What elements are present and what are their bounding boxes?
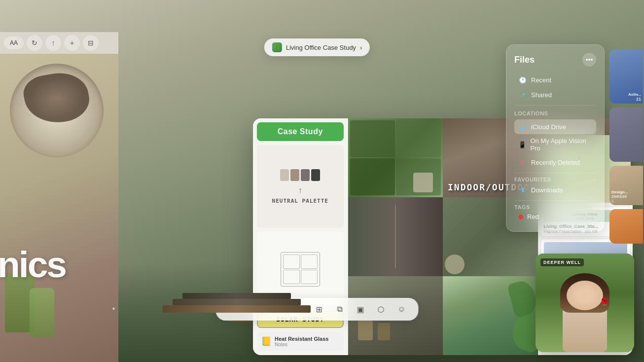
icloud-label: iCloud Drive — [531, 123, 566, 131]
corridor-line — [395, 205, 396, 268]
files-item-shared[interactable]: ↗ Shared — [514, 87, 596, 102]
deleted-label: Recently Deleted — [531, 159, 580, 166]
downloads-label: Downloads — [531, 186, 563, 194]
plant-block — [396, 120, 441, 157]
shared-icon: ↗ — [518, 90, 527, 99]
right-card-3: Design...29/03/201. — [609, 166, 643, 205]
icloud-icon: ☁ — [518, 122, 527, 131]
sketch-cell — [283, 254, 300, 269]
corridor-content — [348, 197, 443, 276]
card-2-overlay — [609, 108, 643, 162]
files-more-button[interactable]: ••• — [582, 53, 596, 67]
left-browser-panel: AA ↻ ↑ + ⊟ nics • — [0, 32, 118, 362]
files-panel: Files ••• 🕐 Recent ↗ Shared Locations ☁ … — [506, 44, 605, 232]
decorative-text: nics — [0, 246, 66, 283]
files-title: Files — [514, 55, 535, 65]
deleted-icon: ⚠ — [518, 158, 527, 167]
palette-swatches — [280, 169, 320, 181]
breadcrumb-title: Living Office Case Study — [286, 44, 356, 51]
divider-3 — [514, 200, 596, 201]
shared-label: Shared — [531, 91, 552, 99]
deeper-well-card: 🌹 DEEPER WELL — [536, 253, 634, 352]
sketch-cell — [301, 254, 318, 269]
files-item-recent[interactable]: 🕐 Recent — [514, 72, 596, 87]
green-wall-cell — [348, 118, 443, 197]
aa-button[interactable]: AA — [4, 36, 24, 49]
heat-glass-subtitle: Notes — [275, 342, 328, 347]
ellipsis-icon: ••• — [586, 56, 593, 64]
swatch-2 — [290, 169, 299, 181]
swatch-1 — [280, 169, 289, 181]
divider-2 — [514, 173, 596, 173]
person-face — [567, 281, 603, 310]
card-3-label: Design...29/03/201. — [611, 190, 628, 203]
files-item-downloads[interactable]: ⬇ Downloads — [514, 182, 596, 197]
red-tag-dot — [518, 215, 523, 219]
sketch-cell — [301, 270, 318, 284]
container-2 — [378, 323, 390, 340]
decorative-dot: • — [112, 305, 116, 313]
favourites-header: Favourites — [514, 177, 551, 182]
locations-header: Locations — [514, 110, 596, 116]
sketch-cell — [283, 270, 300, 284]
favourites-header-row: Favourites ⌄ — [514, 176, 596, 182]
card-1-label: Activ...21 — [628, 92, 641, 102]
tabs-button[interactable]: ⊟ — [83, 35, 99, 51]
heat-glass-info: Heat Resistant Glass Notes — [275, 336, 328, 347]
heat-glass-title: Heat Resistant Glass — [275, 336, 328, 342]
window-breadcrumb: 🌿 Living Office Case Study › — [264, 38, 370, 56]
tool-screen[interactable]: ▣ — [354, 302, 367, 316]
flower-prop: 🌹 — [600, 298, 609, 307]
notes-emoji: 📒 — [261, 336, 272, 347]
book-stack — [138, 288, 335, 313]
right-card-1: Activ...21 — [609, 49, 643, 104]
download-icon: ⬇ — [518, 185, 527, 194]
arrow-sketch: ↑ — [298, 186, 302, 195]
tags-header: Tags — [514, 204, 530, 210]
chair-prop — [413, 173, 433, 192]
recent-label: Recent — [531, 76, 551, 84]
app-icon: 🌿 — [272, 42, 282, 52]
bottle-prop-2 — [30, 288, 54, 337]
food-item — [21, 68, 92, 128]
plant-block — [350, 158, 395, 195]
browser-toolbar: AA ↻ ↑ + ⊟ — [0, 32, 118, 54]
tags-chevron: ⌄ — [592, 204, 596, 210]
corridor-cell — [348, 197, 443, 276]
files-item-deleted[interactable]: ⚠ Recently Deleted — [514, 155, 596, 170]
divider-1 — [514, 105, 596, 106]
tool-shapes[interactable]: ⬡ — [374, 302, 388, 316]
swatch-4 — [311, 169, 320, 181]
files-header: Files ••• — [514, 53, 596, 67]
favourites-chevron: ⌄ — [592, 176, 596, 182]
case-study-badge: Case Study — [257, 122, 344, 141]
sketch-grid — [281, 252, 320, 287]
tag-item-red[interactable]: Red — [514, 210, 596, 223]
layers-cell: LAYERS — [443, 276, 538, 355]
neutral-palette-section: ↑ NEUTRAL PALETTE — [257, 145, 344, 228]
red-tag-label: Red — [527, 213, 539, 220]
right-card-2 — [609, 108, 643, 162]
files-item-device[interactable]: 📱 On My Apple Vision Pro — [514, 134, 596, 155]
container-1 — [358, 321, 373, 340]
files-item-icloud[interactable]: ☁ iCloud Drive — [514, 119, 596, 134]
deeper-well-title: DEEPER WELL — [540, 258, 584, 266]
tool-emoji[interactable]: ☺ — [395, 302, 409, 316]
person-silhouette: 🌹 — [553, 268, 617, 352]
device-label: On My Apple Vision Pro — [530, 137, 592, 152]
new-tab-button[interactable]: + — [64, 35, 80, 51]
breadcrumb-chevron: › — [360, 44, 362, 51]
plant-foliage — [499, 276, 538, 355]
heat-glass-section: 📒 Heat Resistant Glass Notes — [257, 332, 344, 351]
device-icon: 📱 — [518, 140, 526, 149]
swatch-3 — [301, 169, 310, 181]
recent-icon: 🕐 — [518, 75, 527, 84]
plate-prop — [10, 64, 104, 157]
refresh-button[interactable]: ↻ — [27, 35, 42, 51]
share-button[interactable]: ↑ — [45, 35, 61, 51]
main-window-container: 🌿 Living Office Case Study › Case Study — [127, 59, 507, 296]
book-2 — [173, 299, 301, 305]
book-1 — [163, 305, 311, 313]
plant-block — [350, 120, 395, 157]
right-card-4 — [609, 209, 643, 244]
